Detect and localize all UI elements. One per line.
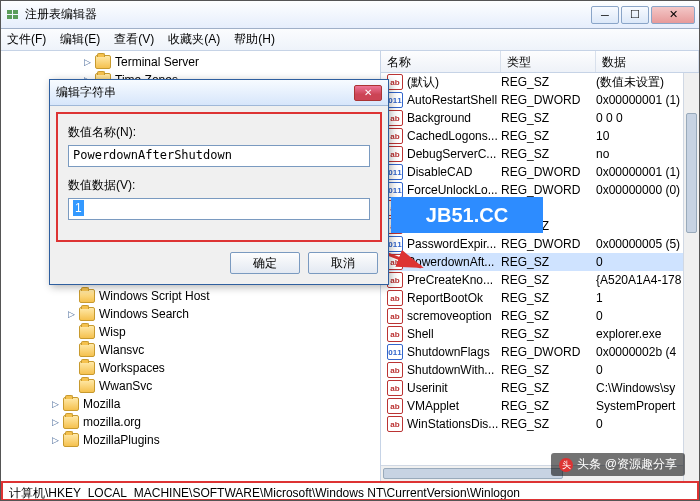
folder-icon xyxy=(79,325,95,339)
list-row[interactable]: abShellREG_SZexplorer.exe xyxy=(381,325,699,343)
value-name-input[interactable]: PowerdownAfterShutdown xyxy=(68,145,370,167)
list-row[interactable]: abPreCreateKno...REG_SZ{A520A1A4-178 xyxy=(381,271,699,289)
string-icon: ab xyxy=(387,362,403,378)
expand-icon[interactable] xyxy=(65,326,77,338)
menu-edit[interactable]: 编辑(E) xyxy=(60,31,100,48)
maximize-button[interactable]: ☐ xyxy=(621,6,649,24)
string-icon: ab xyxy=(387,290,403,306)
cell-name: Userinit xyxy=(407,381,501,395)
tree-item[interactable]: Workspaces xyxy=(1,359,380,377)
minimize-button[interactable]: ─ xyxy=(591,6,619,24)
tree-item[interactable]: ▷MozillaPlugins xyxy=(1,431,380,449)
expand-icon[interactable] xyxy=(65,380,77,392)
cell-type: REG_DWORD xyxy=(501,183,596,197)
value-data-input[interactable]: 1 xyxy=(68,198,370,220)
tree-item[interactable]: ▷mozilla.org xyxy=(1,413,380,431)
folder-icon xyxy=(95,55,111,69)
dialog-close-button[interactable]: ✕ xyxy=(354,85,382,101)
binary-icon: 011 xyxy=(387,164,403,180)
list-row[interactable]: abReportBootOkREG_SZ1 xyxy=(381,289,699,307)
value-data-label: 数值数据(V): xyxy=(68,177,370,194)
cell-type: REG_SZ xyxy=(501,417,596,431)
cell-type: REG_SZ xyxy=(501,129,596,143)
menu-view[interactable]: 查看(V) xyxy=(114,31,154,48)
list-row[interactable]: 011PasswordExpir...REG_DWORD0x00000005 (… xyxy=(381,235,699,253)
credit-icon: 头 xyxy=(559,458,573,472)
menu-favorites[interactable]: 收藏夹(A) xyxy=(168,31,220,48)
expand-icon[interactable]: ▷ xyxy=(65,308,77,320)
cell-type: REG_SZ xyxy=(501,111,596,125)
string-icon: ab xyxy=(387,128,403,144)
folder-icon xyxy=(79,361,95,375)
window-title: 注册表编辑器 xyxy=(25,6,591,23)
cancel-button[interactable]: 取消 xyxy=(308,252,378,274)
cell-name: ForceUnlockLo... xyxy=(407,183,501,197)
folder-icon xyxy=(79,307,95,321)
cell-type: REG_SZ xyxy=(501,327,596,341)
string-icon: ab xyxy=(387,398,403,414)
expand-icon[interactable] xyxy=(65,290,77,302)
expand-icon[interactable]: ▷ xyxy=(49,398,61,410)
col-type[interactable]: 类型 xyxy=(501,51,596,72)
string-icon: ab xyxy=(387,254,403,270)
cell-type: REG_SZ xyxy=(501,147,596,161)
tree-item[interactable]: Windows Script Host xyxy=(1,287,380,305)
list-row[interactable]: abCachedLogons...REG_SZ10 xyxy=(381,127,699,145)
title-bar: 注册表编辑器 ─ ☐ ✕ xyxy=(1,1,699,29)
folder-icon xyxy=(79,289,95,303)
menu-file[interactable]: 文件(F) xyxy=(7,31,46,48)
list-row[interactable]: abDebugServerC...REG_SZno xyxy=(381,145,699,163)
expand-icon[interactable] xyxy=(65,362,77,374)
tree-item[interactable]: ▷Windows Search xyxy=(1,305,380,323)
tree-item[interactable]: ▷Terminal Server xyxy=(1,53,380,71)
list-row[interactable]: abBackgroundREG_SZ0 0 0 xyxy=(381,109,699,127)
list-row[interactable]: 011DisableCADREG_DWORD0x00000001 (1) xyxy=(381,163,699,181)
cell-name: DebugServerC... xyxy=(407,147,501,161)
folder-icon xyxy=(79,343,95,357)
ok-button[interactable]: 确定 xyxy=(230,252,300,274)
string-icon: ab xyxy=(387,272,403,288)
svg-rect-2 xyxy=(7,15,12,19)
binary-icon: 011 xyxy=(387,92,403,108)
list-header: 名称 类型 数据 xyxy=(381,51,699,73)
cell-name: ShutdownFlags xyxy=(407,345,501,359)
list-row[interactable]: 011AutoRestartShellREG_DWORD0x00000001 (… xyxy=(381,91,699,109)
expand-icon[interactable]: ▷ xyxy=(49,434,61,446)
cell-type: REG_DWORD xyxy=(501,237,596,251)
cell-name: Background xyxy=(407,111,501,125)
tree-label: Windows Search xyxy=(99,307,189,321)
watermark-overlay: JB51.CC xyxy=(391,197,543,233)
tree-label: Mozilla xyxy=(83,397,120,411)
tree-item[interactable]: WwanSvc xyxy=(1,377,380,395)
cell-name: WinStationsDis... xyxy=(407,417,501,431)
list-row[interactable]: abShutdownWith...REG_SZ0 xyxy=(381,361,699,379)
string-icon: ab xyxy=(387,380,403,396)
list-row[interactable]: abWinStationsDis...REG_SZ0 xyxy=(381,415,699,433)
list-row[interactable]: abVMAppletREG_SZSystemPropert xyxy=(381,397,699,415)
list-row[interactable]: 011ShutdownFlagsREG_DWORD0x0000002b (4 xyxy=(381,343,699,361)
expand-icon[interactable] xyxy=(65,344,77,356)
list-row[interactable]: abUserinitREG_SZC:\Windows\sy xyxy=(381,379,699,397)
col-data[interactable]: 数据 xyxy=(596,51,699,72)
col-name[interactable]: 名称 xyxy=(381,51,501,72)
string-icon: ab xyxy=(387,308,403,324)
tree-item[interactable]: Wlansvc xyxy=(1,341,380,359)
list-row[interactable]: abscremoveoptionREG_SZ0 xyxy=(381,307,699,325)
tree-item[interactable]: ▷Mozilla xyxy=(1,395,380,413)
expand-icon[interactable]: ▷ xyxy=(81,56,93,68)
expand-icon[interactable]: ▷ xyxy=(49,416,61,428)
tree-item[interactable]: Wisp xyxy=(1,323,380,341)
dialog-title: 编辑字符串 xyxy=(56,84,354,101)
list-row[interactable]: ab(默认)REG_SZ(数值未设置) xyxy=(381,73,699,91)
string-icon: ab xyxy=(387,74,403,90)
scrollbar-vertical[interactable] xyxy=(683,73,699,481)
list-row[interactable]: abPowerdownAft...REG_SZ0 xyxy=(381,253,699,271)
folder-icon xyxy=(63,433,79,447)
cell-name: VMApplet xyxy=(407,399,501,413)
credit-overlay: 头头条 @资源趣分享 xyxy=(551,453,685,476)
menu-help[interactable]: 帮助(H) xyxy=(234,31,275,48)
cell-name: ShutdownWith... xyxy=(407,363,501,377)
cell-type: REG_SZ xyxy=(501,75,596,89)
cell-name: PasswordExpir... xyxy=(407,237,501,251)
close-button[interactable]: ✕ xyxy=(651,6,695,24)
